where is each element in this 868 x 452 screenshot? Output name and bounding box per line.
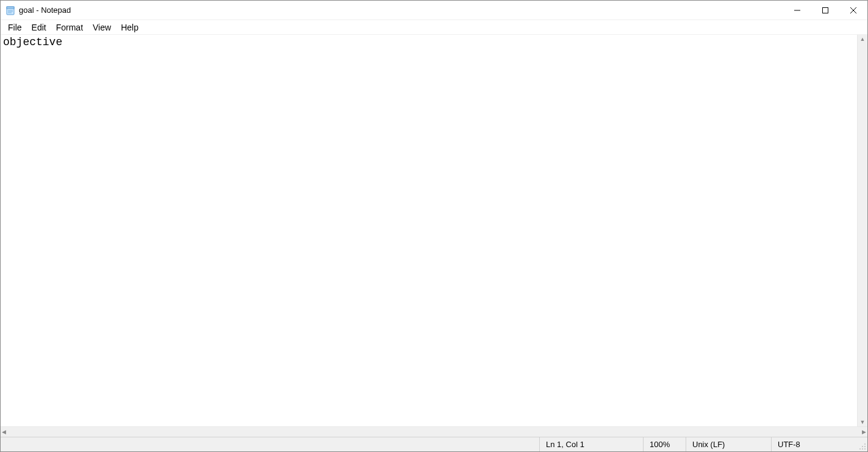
svg-point-13 <box>862 448 863 450</box>
menu-edit[interactable]: Edit <box>27 21 51 34</box>
minimize-button[interactable] <box>783 1 811 20</box>
menu-view[interactable]: View <box>88 21 116 34</box>
menu-format[interactable]: Format <box>51 21 88 34</box>
scroll-up-icon[interactable]: ▲ <box>860 36 866 42</box>
scroll-right-icon[interactable]: ▶ <box>862 429 866 435</box>
status-line-ending: Unix (LF) <box>686 437 772 451</box>
close-button[interactable] <box>839 1 867 20</box>
statusbar: Ln 1, Col 1 100% Unix (LF) UTF-8 <box>1 437 867 451</box>
editor-area: ▲ ▼ <box>1 35 867 426</box>
menu-help[interactable]: Help <box>116 21 143 34</box>
svg-point-10 <box>862 446 863 447</box>
vertical-scrollbar[interactable]: ▲ ▼ <box>857 35 867 426</box>
svg-point-9 <box>864 443 866 445</box>
window-controls <box>783 1 867 20</box>
status-spacer <box>1 437 540 451</box>
resize-grip[interactable] <box>857 437 867 451</box>
scroll-down-icon[interactable]: ▼ <box>860 419 866 425</box>
horizontal-scrollbar[interactable]: ◀ ▶ <box>1 426 867 437</box>
menu-file[interactable]: File <box>3 21 27 34</box>
notepad-icon <box>5 5 15 15</box>
status-encoding: UTF-8 <box>772 437 857 451</box>
status-position: Ln 1, Col 1 <box>540 437 644 451</box>
maximize-button[interactable] <box>811 1 839 20</box>
text-editor[interactable] <box>1 35 857 426</box>
menubar: File Edit Format View Help <box>1 20 867 35</box>
svg-rect-1 <box>7 7 14 9</box>
window-title: goal - Notepad <box>19 5 71 15</box>
svg-point-14 <box>864 448 866 450</box>
svg-rect-6 <box>823 7 828 13</box>
scroll-left-icon[interactable]: ◀ <box>2 429 6 435</box>
titlebar: goal - Notepad <box>1 1 867 20</box>
status-zoom: 100% <box>644 437 686 451</box>
svg-point-11 <box>864 446 866 447</box>
svg-point-12 <box>859 448 861 450</box>
